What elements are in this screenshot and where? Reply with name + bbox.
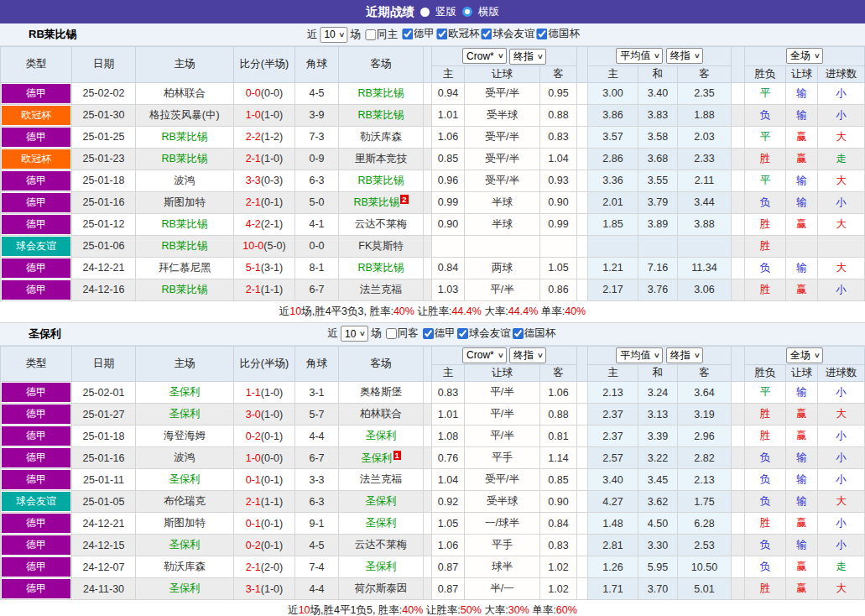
home-team[interactable]: 布伦瑞克 [136, 491, 234, 513]
away-team[interactable]: 法兰克福 [339, 469, 424, 491]
home-team[interactable]: 格拉茨风暴(中) [136, 104, 234, 126]
avg-home-odds: 3.86 [588, 104, 638, 126]
home-team[interactable]: 圣保利 [136, 535, 234, 556]
match-count-select[interactable]: 10∨ [320, 27, 347, 43]
home-team[interactable]: 圣保利 [136, 404, 234, 425]
away-team[interactable]: 荷尔斯泰因 [339, 578, 424, 600]
chevron-down-icon: ∨ [814, 52, 821, 60]
league-badge: 德甲 [2, 579, 70, 598]
home-team[interactable]: RB莱比锡 [136, 235, 234, 257]
away-team[interactable]: 圣保利 [339, 491, 424, 513]
league-checkbox[interactable] [402, 29, 413, 39]
league-badge: 德甲 [2, 215, 70, 234]
home-team[interactable]: RB莱比锡 [136, 213, 234, 235]
corner-score: 6-3 [295, 491, 339, 513]
away-team[interactable]: 法兰克福 [339, 279, 424, 300]
final-odds-select[interactable]: 终指∨ [509, 347, 546, 363]
league-filter[interactable]: 欧冠杯 [435, 27, 480, 41]
fulltime-select[interactable]: 全场∨ [786, 48, 823, 64]
league-checkbox[interactable] [537, 29, 548, 39]
league-type-cell: 德甲 [1, 447, 72, 469]
score-cell: 4-2(2-1) [234, 213, 295, 235]
average-select[interactable]: 平均值∨ [616, 347, 663, 363]
average-select[interactable]: 平均值∨ [616, 48, 663, 64]
vertical-layout-label[interactable]: 竖版 [435, 5, 456, 19]
league-filter[interactable]: 德甲 [421, 326, 456, 341]
away-team[interactable]: RB莱比锡2 [339, 191, 424, 213]
away-team[interactable]: RB莱比锡 [339, 104, 424, 126]
away-team[interactable]: 奥格斯堡 [339, 382, 424, 404]
away-team[interactable]: FK莫斯特 [339, 235, 424, 257]
league-filter[interactable]: 球会友谊 [456, 326, 511, 341]
league-filter[interactable]: 德甲 [400, 27, 435, 41]
league-checkbox[interactable] [513, 328, 524, 339]
away-team[interactable]: 圣保利 [339, 556, 424, 578]
col-away: 客场 [339, 346, 424, 382]
away-team[interactable]: 圣保利 [339, 513, 424, 535]
average-odds-header: 平均值∨ 终指∨ [588, 47, 732, 66]
same-venue-filter[interactable]: 同主 [363, 28, 398, 42]
match-count-select[interactable]: 10∨ [341, 326, 368, 342]
same-venue-checkbox[interactable] [386, 328, 397, 339]
league-filter[interactable]: 德国杯 [511, 326, 556, 341]
league-checkbox[interactable] [436, 29, 447, 39]
away-team[interactable]: RB莱比锡 [339, 82, 424, 104]
home-team[interactable]: 柏林联合 [136, 82, 234, 104]
away-team[interactable]: 里斯本竞技 [339, 148, 424, 170]
avg-home-odds: 3.36 [588, 170, 638, 191]
crow-home-odds: 1.08 [432, 425, 465, 447]
final-odds-select[interactable]: 终指∨ [509, 49, 546, 65]
league-checkbox[interactable] [482, 29, 492, 39]
same-venue-filter[interactable]: 同客 [384, 326, 419, 341]
odds-source-select[interactable]: Crow*∨ [462, 48, 507, 64]
score-cell: 2-2(1-2) [234, 126, 295, 148]
away-team[interactable]: 云达不莱梅 [339, 213, 424, 235]
goals-result: 小 [818, 82, 865, 104]
home-team[interactable]: 勒沃库森 [136, 556, 234, 578]
home-team[interactable]: RB莱比锡 [136, 148, 234, 170]
league-checkbox[interactable] [457, 328, 468, 339]
avg-draw-odds: 3.79 [638, 191, 678, 213]
away-team[interactable]: 圣保利 [339, 425, 424, 447]
home-team[interactable]: 斯图加特 [136, 191, 234, 213]
col-handicap-result: 让球 [786, 365, 818, 382]
home-team[interactable]: 圣保利 [136, 382, 234, 404]
home-team[interactable]: 拜仁慕尼黑 [136, 257, 234, 279]
fulltime-select[interactable]: 全场∨ [786, 347, 823, 363]
col-avg-draw: 和 [638, 365, 678, 382]
away-team[interactable]: 云达不莱梅 [339, 535, 424, 556]
away-team[interactable]: 圣保利1 [339, 447, 424, 469]
league-badge: 欧冠杯 [2, 149, 70, 169]
final-odds-select-2[interactable]: 终指∨ [666, 347, 703, 363]
home-team[interactable]: 波鸿 [136, 447, 234, 469]
home-team[interactable]: 圣保利 [136, 469, 234, 491]
league-filter[interactable]: 德国杯 [535, 27, 581, 41]
vertical-layout-radio[interactable] [420, 8, 430, 17]
halftime-score: (0-1) [261, 196, 283, 208]
final-odds-select-2[interactable]: 终指∨ [666, 48, 703, 64]
home-team[interactable]: 斯图加特 [136, 513, 234, 535]
avg-away-odds: 6.28 [678, 513, 732, 535]
home-team[interactable]: RB莱比锡 [136, 126, 234, 148]
league-checkbox[interactable] [423, 328, 434, 339]
odds-source-select[interactable]: Crow*∨ [462, 347, 507, 363]
home-team[interactable]: 波鸿 [136, 170, 234, 191]
same-venue-checkbox[interactable] [365, 29, 376, 40]
league-filter[interactable]: 球会友谊 [480, 27, 535, 41]
away-team[interactable]: RB莱比锡 [339, 170, 424, 191]
crow-home-odds: 0.85 [432, 148, 465, 170]
horizontal-layout-label[interactable]: 横版 [478, 5, 499, 19]
separator [424, 47, 432, 83]
home-team[interactable]: RB莱比锡 [136, 279, 234, 300]
home-team[interactable]: 海登海姆 [136, 425, 234, 447]
separator [577, 491, 588, 513]
home-team[interactable]: 圣保利 [136, 578, 234, 600]
horizontal-layout-radio[interactable] [462, 7, 472, 17]
away-team[interactable]: 勒沃库森 [339, 126, 424, 148]
away-team[interactable]: 柏林联合 [339, 404, 424, 425]
col-crow-home: 主 [432, 365, 465, 382]
league-badge: 德甲 [2, 84, 70, 103]
away-team[interactable]: RB莱比锡 [339, 257, 424, 279]
near-label: 近 [307, 28, 318, 42]
crow-handicap: 半/一 [465, 578, 540, 600]
